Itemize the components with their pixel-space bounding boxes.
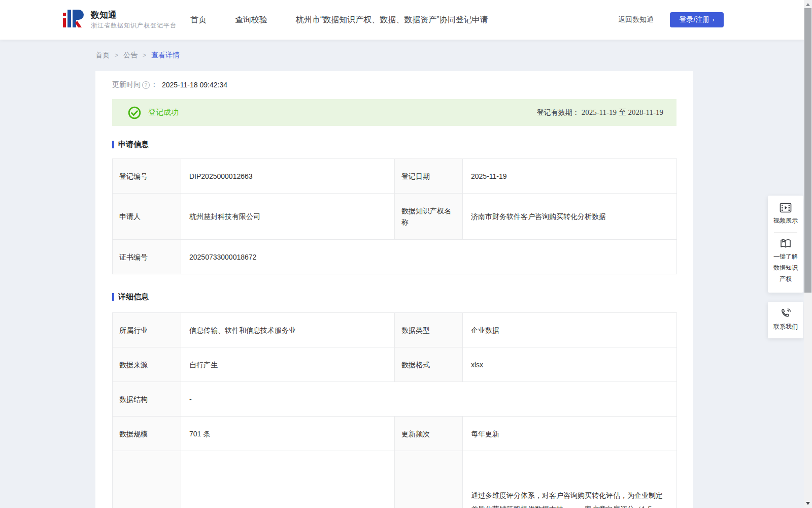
field-label: 数据规模 [113, 417, 181, 451]
validity-period: 登记有效期： 2025-11-19 至 2028-11-19 [537, 108, 663, 117]
side-widget-panel: 视频展示 一键了解 数据知识 产权 [768, 196, 803, 293]
learn-data-ip-label-line2: 数据知识 [770, 262, 801, 273]
logo-icon [62, 8, 86, 31]
video-showcase-button[interactable]: 视频展示 [770, 203, 801, 226]
field-value: xlsx [463, 347, 677, 382]
learn-data-ip-button[interactable]: 一键了解 数据知识 产权 [770, 239, 801, 284]
update-time-row: 更新时间 ? ： 2025-11-18 09:42:34 [112, 80, 676, 90]
field-label: 登记编号 [113, 159, 181, 194]
validity-value: 2025-11-19 至 2028-11-19 [582, 108, 663, 116]
chevron-right-icon: › [712, 17, 714, 23]
field-label: 更新频次 [395, 417, 463, 451]
login-register-button[interactable]: 登录/注册 › [670, 12, 724, 27]
contact-us-widget[interactable]: 联系我们 [768, 302, 803, 338]
page: 数知通 浙江省数据知识产权登记平台 首页 查询校验 杭州市“数据知识产权、数据、… [0, 0, 812, 508]
vertical-scrollbar[interactable] [804, 0, 812, 508]
field-value: 信息传输、软件和信息技术服务业 [181, 313, 395, 347]
field-label: 数据类型 [395, 313, 463, 347]
registration-success-banner: 登记成功 登记有效期： 2025-11-19 至 2028-11-19 [112, 99, 676, 126]
table-row: 所属行业 信息传输、软件和信息技术服务业 数据类型 企业数据 [113, 313, 677, 347]
phone-icon [780, 308, 791, 319]
divider [774, 232, 797, 233]
field-label: 数据格式 [395, 347, 463, 382]
table-row: 登记编号 DIP2025000012663 登记日期 2025-11-19 [113, 159, 677, 194]
scroll-up-arrow-icon[interactable] [806, 3, 810, 6]
table-row: 数据结构 - [113, 382, 677, 417]
registration-status-text: 登记成功 [148, 108, 179, 117]
update-time-value: 2025-11-18 09:42:34 [162, 81, 227, 89]
field-value: - [181, 382, 677, 417]
breadcrumb-separator: > [143, 52, 146, 59]
field-value: 20250733000018672 [181, 240, 677, 274]
table-row: 通过多维度评分体系，对客户咨询购买转化评估，为企业制定差异化营销策略提供数据支持… [113, 451, 677, 508]
success-check-icon [128, 106, 141, 119]
banner-status-group: 登记成功 [128, 106, 537, 119]
main-nav: 首页 查询校验 杭州市“数据知识产权、数据、数据资产”协同登记申请 [190, 0, 488, 40]
application-info-table: 登记编号 DIP2025000012663 登记日期 2025-11-19 申请… [112, 158, 677, 274]
field-value: DIP2025000012663 [181, 159, 395, 194]
breadcrumb-separator: > [115, 52, 118, 59]
breadcrumb-notice[interactable]: 公告 [123, 51, 138, 60]
field-label [113, 451, 181, 508]
update-time-label: 更新时间 [112, 80, 141, 89]
field-label: 数据结构 [113, 382, 181, 417]
breadcrumb-home[interactable]: 首页 [95, 51, 110, 60]
update-time-colon: ： [151, 80, 158, 89]
field-value: 2025-11-19 [463, 159, 677, 194]
section-title-bar [112, 293, 114, 301]
login-register-label: 登录/注册 [680, 15, 710, 24]
video-icon [780, 203, 792, 213]
breadcrumb: 首页 > 公告 > 查看详情 [95, 51, 180, 60]
video-showcase-label: 视频展示 [770, 215, 801, 226]
table-row: 申请人 杭州慧封科技有限公司 数据知识产权名称 济南市财务软件客户咨询购买转化分… [113, 194, 677, 240]
field-value: 自行产生 [181, 347, 395, 382]
field-value: 杭州慧封科技有限公司 [181, 194, 395, 240]
detail-info-table: 所属行业 信息传输、软件和信息技术服务业 数据类型 企业数据 数据来源 自行产生… [112, 312, 677, 508]
field-value [181, 451, 395, 508]
field-label: 数据来源 [113, 347, 181, 382]
application-info-title-text: 申请信息 [118, 140, 149, 149]
table-row: 数据规模 701 条 更新频次 每年更新 [113, 417, 677, 451]
book-icon [780, 239, 792, 249]
field-label: 证书编号 [113, 240, 181, 274]
logo-subtitle: 浙江省数据知识产权登记平台 [91, 21, 177, 30]
application-info-section-title: 申请信息 [112, 139, 676, 149]
field-label: 数据知识产权名称 [395, 194, 463, 240]
table-row: 数据来源 自行产生 数据格式 xlsx [113, 347, 677, 382]
logo-title: 数知通 [91, 10, 177, 21]
detail-info-section-title: 详细信息 [112, 292, 676, 302]
detail-info-title-text: 详细信息 [118, 292, 149, 302]
nav-query-verify[interactable]: 查询校验 [235, 15, 267, 25]
contact-us-label: 联系我们 [770, 321, 801, 332]
help-question-icon[interactable]: ? [142, 81, 150, 89]
back-to-shuzhitong-link[interactable]: 返回数知通 [618, 0, 654, 40]
field-value: 济南市财务软件客户咨询购买转化分析数据 [463, 194, 677, 240]
platform-logo[interactable]: 数知通 浙江省数据知识产权登记平台 [62, 8, 177, 31]
field-value-description: 通过多维度评分体系，对客户咨询购买转化评估，为企业制定差异化营销策略提供数据支持… [463, 451, 677, 508]
nav-hangzhou-registration[interactable]: 杭州市“数据知识产权、数据、数据资产”协同登记申请 [296, 15, 488, 25]
table-row: 证书编号 20250733000018672 [113, 240, 677, 274]
learn-data-ip-label-line1: 一键了解 [770, 251, 801, 262]
field-value: 701 条 [181, 417, 395, 451]
breadcrumb-view-detail: 查看详情 [151, 51, 180, 60]
field-value: 每年更新 [463, 417, 677, 451]
logo-text: 数知通 浙江省数据知识产权登记平台 [91, 10, 177, 30]
field-label [395, 451, 463, 508]
top-navigation-bar: 数知通 浙江省数据知识产权登记平台 首页 查询校验 杭州市“数据知识产权、数据、… [0, 0, 804, 40]
scroll-down-arrow-icon[interactable] [806, 502, 810, 505]
validity-label: 登记有效期： [537, 108, 580, 116]
field-label: 申请人 [113, 194, 181, 240]
field-label: 所属行业 [113, 313, 181, 347]
nav-home[interactable]: 首页 [190, 15, 207, 25]
scrollbar-thumb[interactable] [804, 8, 811, 293]
detail-card: 更新时间 ? ： 2025-11-18 09:42:34 登记成功 登记有效期：… [95, 71, 693, 508]
learn-data-ip-label-line3: 产权 [770, 273, 801, 284]
field-value: 企业数据 [463, 313, 677, 347]
field-label: 登记日期 [395, 159, 463, 194]
section-title-bar [112, 141, 114, 148]
